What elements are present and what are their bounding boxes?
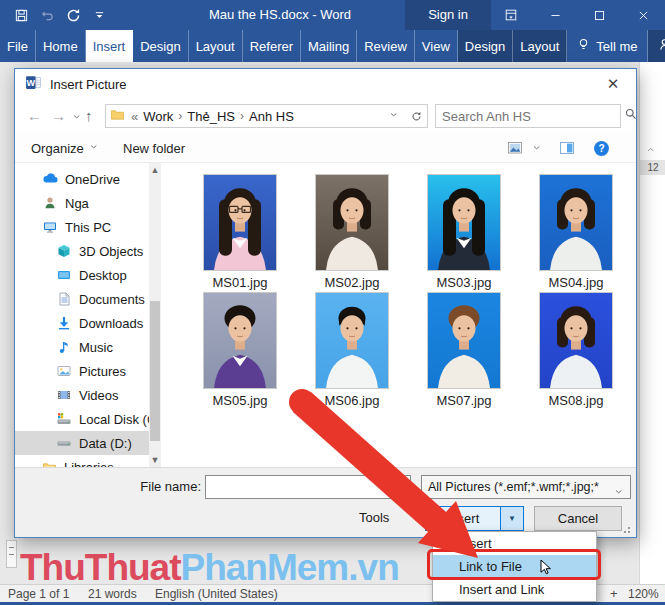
sidebar-item-pictures[interactable]: Pictures: [15, 359, 149, 383]
refresh-icon[interactable]: [406, 104, 428, 128]
disk-icon: [56, 435, 72, 451]
file-type-filter[interactable]: All Pictures (*.emf;*.wmf;*.jpg;*: [421, 475, 631, 499]
tools-menu[interactable]: Tools: [359, 510, 389, 525]
photo-thumbnail[interactable]: [539, 174, 613, 271]
breadcrumb: «Work›Thẻ_HS›Anh HS: [131, 109, 294, 124]
redo-icon[interactable]: [60, 0, 86, 30]
sidebar-item-downloads[interactable]: Downloads: [15, 311, 149, 335]
ribbon-display-options-icon[interactable]: [489, 0, 533, 30]
sidebar-item-3d-objects[interactable]: 3D Objects: [15, 239, 149, 263]
sidebar-item-local-disk-c-[interactable]: Local Disk (C:): [15, 407, 149, 431]
address-dropdown-icon[interactable]: [389, 109, 400, 124]
ribbon-tab-insert[interactable]: Insert: [86, 30, 134, 62]
file-item[interactable]: MS08.jpg: [520, 292, 632, 408]
ribbon-tab-file[interactable]: File: [0, 30, 36, 62]
zoom-in-icon[interactable]: +: [610, 587, 618, 601]
insert-button[interactable]: Insert: [425, 506, 501, 531]
sidebar-item-desktop[interactable]: Desktop: [15, 263, 149, 287]
views-dropdown-icon[interactable]: [532, 133, 543, 163]
watermark: ThuThuatPhanMem.vn: [20, 547, 399, 589]
file-item[interactable]: MS04.jpg: [520, 174, 632, 290]
chevron-down-icon[interactable]: [394, 483, 405, 501]
views-icon[interactable]: [507, 133, 523, 163]
file-item[interactable]: MS07.jpg: [408, 292, 520, 408]
ribbon-tabs: FileHomeInsertDesignLayoutRefererMailing…: [0, 30, 665, 62]
dialog-close-icon[interactable]: ✕: [596, 69, 630, 99]
picture-icon: [56, 363, 72, 379]
scrollbar-up-icon[interactable]: [646, 142, 657, 160]
minimize-icon[interactable]: [533, 0, 577, 30]
libraries-icon: [42, 460, 57, 468]
menu-item-insert-and-link[interactable]: Insert and Link: [433, 578, 596, 601]
sidebar-item-libraries[interactable]: Libraries: [15, 455, 149, 467]
scroll-down-icon[interactable]: ▼: [149, 453, 161, 467]
breadcrumb-item[interactable]: Work: [143, 109, 173, 124]
ribbon-tab-review[interactable]: Review: [357, 30, 415, 62]
search-icon[interactable]: [624, 107, 638, 125]
word-count[interactable]: 21 words: [88, 587, 137, 601]
file-item[interactable]: MS05.jpg: [184, 292, 296, 408]
scroll-up-icon[interactable]: ▲: [149, 163, 161, 177]
cancel-button[interactable]: Cancel: [534, 506, 622, 531]
menu-item-insert[interactable]: Insert: [433, 532, 596, 555]
ribbon-tab-view[interactable]: View: [415, 30, 458, 62]
file-item[interactable]: MS06.jpg: [296, 292, 408, 408]
file-item[interactable]: MS03.jpg: [408, 174, 520, 290]
file-name-combo[interactable]: [205, 475, 411, 499]
sidebar-item-music[interactable]: Music: [15, 335, 149, 359]
page-indicator[interactable]: Page 1 of 1: [8, 587, 69, 601]
photo-thumbnail[interactable]: [315, 174, 389, 271]
sign-in-button[interactable]: Sign in: [405, 0, 491, 30]
help-icon[interactable]: ?: [593, 133, 610, 163]
forward-icon[interactable]: →: [51, 107, 66, 125]
zoom-level[interactable]: 120%: [628, 587, 659, 601]
file-item[interactable]: MS02.jpg: [296, 174, 408, 290]
organize-menu[interactable]: Organize: [31, 133, 100, 163]
ribbon-tab-design[interactable]: Design: [133, 30, 188, 62]
preview-pane-icon[interactable]: [559, 133, 575, 163]
customize-qat-icon[interactable]: [86, 0, 112, 30]
scrollbar-thumb[interactable]: [150, 301, 160, 441]
ribbon-tab-mailing[interactable]: Mailing: [301, 30, 357, 62]
photo-thumbnail[interactable]: [539, 292, 613, 389]
photo-thumbnail[interactable]: [427, 174, 501, 271]
photo-thumbnail[interactable]: [315, 292, 389, 389]
sidebar-item-nga[interactable]: Nga: [15, 191, 149, 215]
up-icon[interactable]: ↑: [85, 107, 93, 125]
recent-locations-icon[interactable]: [72, 109, 83, 127]
search-input[interactable]: [436, 109, 624, 124]
breadcrumb-collapse[interactable]: «: [131, 109, 138, 124]
sidebar-item-videos[interactable]: Videos: [15, 383, 149, 407]
photo-thumbnail[interactable]: [203, 174, 277, 271]
language-indicator[interactable]: English (United States): [155, 587, 278, 601]
sidebar-item-data-d-[interactable]: Data (D:): [15, 431, 149, 455]
address-bar[interactable]: «Work›Thẻ_HS›Anh HS: [105, 104, 407, 128]
back-icon[interactable]: ←: [27, 107, 42, 125]
ribbon-tab-layout[interactable]: Layout: [189, 30, 243, 62]
sidebar-item-onedrive[interactable]: OneDrive: [15, 167, 149, 191]
word-window: Mau the HS.docx - Word Sign in FileHomeI…: [0, 0, 665, 605]
dialog-toolbar: Organize New folder ?: [15, 133, 636, 163]
ribbon-tab-design[interactable]: Design: [458, 30, 513, 62]
maximize-icon[interactable]: [577, 0, 621, 30]
sidebar-item-documents[interactable]: Documents: [15, 287, 149, 311]
photo-thumbnail[interactable]: [203, 292, 277, 389]
sidebar-scrollbar[interactable]: ▲ ▼: [149, 163, 161, 467]
breadcrumb-item[interactable]: Thẻ_HS: [187, 109, 235, 124]
close-icon[interactable]: [621, 0, 665, 30]
ribbon-tab-referer[interactable]: Referer: [243, 30, 301, 62]
tell-me-box[interactable]: Tell me: [567, 30, 647, 62]
undo-icon[interactable]: [34, 0, 60, 30]
sidebar-item-this-pc[interactable]: This PC: [15, 215, 149, 239]
ribbon-tab-home[interactable]: Home: [36, 30, 86, 62]
new-folder-button[interactable]: New folder: [123, 133, 185, 163]
save-icon[interactable]: [8, 0, 34, 30]
breadcrumb-item[interactable]: Anh HS: [249, 109, 294, 124]
photo-thumbnail[interactable]: [427, 292, 501, 389]
insert-split-dropdown[interactable]: ▼: [500, 506, 524, 531]
resize-grip[interactable]: [623, 524, 633, 534]
menu-item-link-to-file[interactable]: Link to File: [433, 555, 596, 578]
share-button[interactable]: Share: [648, 30, 665, 62]
ribbon-tab-layout[interactable]: Layout: [513, 30, 567, 62]
file-item[interactable]: MS01.jpg: [184, 174, 296, 290]
